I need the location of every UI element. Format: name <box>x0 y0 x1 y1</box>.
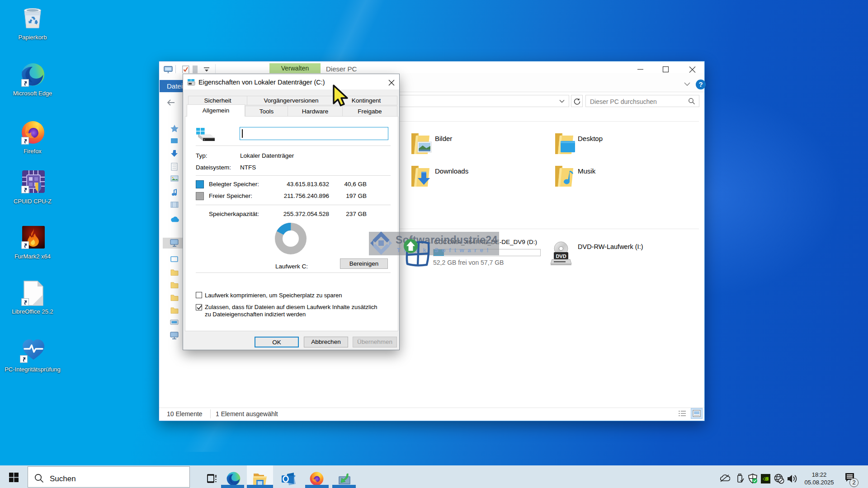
svg-text:DVD: DVD <box>556 253 566 259</box>
